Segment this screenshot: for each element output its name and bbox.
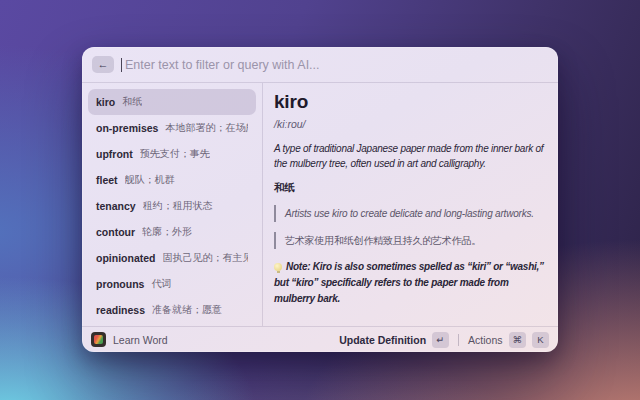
search-input[interactable] — [125, 58, 548, 72]
word-translation: 和纸 — [122, 95, 142, 109]
word-label: tenancy — [96, 200, 136, 212]
example-quote-zh: 艺术家使用和纸创作精致且持久的艺术作品。 — [274, 232, 549, 249]
update-definition-button[interactable]: Update Definition ↵ — [339, 332, 449, 348]
note-paragraph: Note: Kiro is also sometimes spelled as … — [274, 259, 549, 307]
word-label: opinionated — [96, 252, 156, 264]
list-item[interactable]: kiro 和纸 — [88, 89, 256, 115]
word-label: kiro — [96, 96, 115, 108]
word-label: upfront — [96, 148, 133, 160]
main-content: kiro 和纸 on-premises 本地部署的；在场所内的 upfront … — [82, 83, 558, 326]
actions-label: Actions — [468, 334, 502, 346]
word-label: fleet — [96, 174, 118, 186]
note-text: Note: Kiro is also sometimes spelled as … — [274, 261, 544, 304]
word-label: on-premises — [96, 122, 158, 134]
word-label: contour — [96, 226, 135, 238]
word-translation: 准备就绪；愿意 — [152, 303, 222, 317]
actions-button[interactable]: Actions ⌘ K — [468, 332, 549, 348]
example-quote-en: Artists use kiro to create delicate and … — [274, 205, 549, 222]
update-definition-label: Update Definition — [339, 334, 426, 346]
app-name: Learn Word — [113, 334, 168, 346]
lightbulb-icon — [274, 263, 282, 271]
list-item[interactable]: tenancy 租约；租用状态 — [88, 193, 256, 219]
list-item[interactable]: contour 轮廓；外形 — [88, 219, 256, 245]
word-list: kiro 和纸 on-premises 本地部署的；在场所内的 upfront … — [82, 83, 263, 326]
list-item[interactable]: on-premises 本地部署的；在场所内的 — [88, 115, 256, 141]
word-translation: 舰队；机群 — [125, 173, 175, 187]
word-label: readiness — [96, 304, 145, 316]
app-icon — [91, 332, 106, 347]
word-pronunciation: /kiːrou/ — [274, 118, 549, 131]
k-key-badge: K — [532, 332, 549, 348]
word-translation: 预先支付；事先 — [140, 147, 210, 161]
text-cursor — [121, 58, 122, 72]
list-item[interactable]: opinionated 固执己见的；有主见的 — [88, 245, 256, 271]
word-title: kiro — [274, 91, 549, 113]
word-translation: 租约；租用状态 — [143, 199, 213, 213]
command-key-badge: ⌘ — [509, 332, 527, 348]
word-translation: 代词 — [151, 277, 171, 291]
word-translation: 本地部署的；在场所内的 — [165, 121, 248, 135]
list-item[interactable]: upfront 预先支付；事先 — [88, 141, 256, 167]
return-key-badge: ↵ — [432, 332, 449, 348]
learn-word-window: ← kiro 和纸 on-premises 本地部署的；在场所内的 upfron… — [82, 47, 558, 352]
list-item[interactable]: fleet 舰队；机群 — [88, 167, 256, 193]
footer-bar: Learn Word Update Definition ↵ Actions ⌘… — [82, 326, 558, 352]
back-arrow-icon: ← — [98, 59, 109, 70]
search-bar: ← — [82, 47, 558, 83]
back-button[interactable]: ← — [92, 56, 114, 73]
detail-panel: kiro /kiːrou/ A type of traditional Japa… — [263, 83, 558, 326]
word-translation-zh: 和纸 — [274, 180, 549, 194]
word-translation: 固执己见的；有主见的 — [163, 251, 249, 265]
list-item[interactable]: readiness 准备就绪；愿意 — [88, 297, 256, 323]
word-label: pronouns — [96, 278, 144, 290]
word-definition: A type of traditional Japanese paper mad… — [274, 141, 549, 171]
word-translation: 轮廓；外形 — [142, 225, 192, 239]
list-item[interactable]: pronouns 代词 — [88, 271, 256, 297]
footer-separator — [458, 334, 459, 346]
